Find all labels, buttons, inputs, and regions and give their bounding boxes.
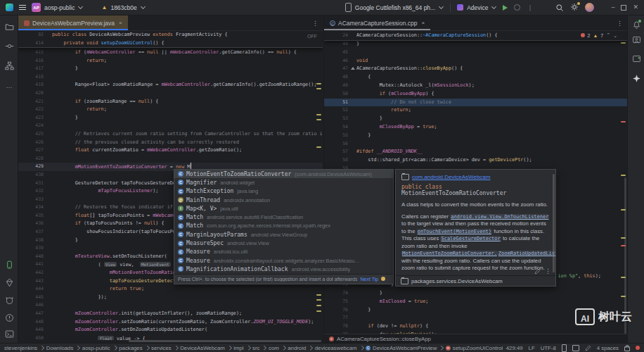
chevron-right-icon: [246, 346, 250, 350]
tab-close-icon[interactable]: ×: [421, 20, 425, 26]
commit-tool-icon[interactable]: [4, 40, 15, 51]
sticky-off-label: OFF: [307, 34, 317, 39]
more-actions-icon[interactable]: ⋮: [527, 4, 533, 11]
tab-close-icon[interactable]: ×: [119, 20, 122, 26]
doc-code-link[interactable]: onTouchEvent(MotionEvent): [417, 229, 492, 234]
breadcrumb-item[interactable]: CDeviceAsWebcamPreview: [366, 345, 437, 351]
breadcrumb-item[interactable]: services: [151, 345, 172, 351]
breadcrumb-item[interactable]: stevenjenkins: [4, 345, 37, 351]
structure-tool-icon[interactable]: [4, 60, 15, 71]
completion-item[interactable]: CMotionEventToZoomRatioConverter(com.and…: [174, 170, 393, 178]
run-config-selector[interactable]: Adevice: [457, 4, 496, 11]
completion-item[interactable]: CMeasureandroidx.constraintlayout.core.w…: [174, 256, 393, 265]
breadcrumb-item[interactable]: com: [269, 345, 279, 351]
prev-problem-icon[interactable]: ⌃: [606, 32, 610, 38]
code-line: 48 {: [324, 73, 627, 82]
doc-package-link[interactable]: com.android.DeviceAsWebcam: [401, 174, 550, 180]
running-devices-tool-icon[interactable]: [4, 259, 15, 270]
breadcrumb-item[interactable]: android: [288, 345, 306, 351]
doc-code-link[interactable]: android.view.View.OnTouchListener: [450, 214, 549, 220]
file-encoding[interactable]: UTF-8: [541, 345, 556, 351]
logcat-tool-icon[interactable]: [4, 294, 15, 306]
error-icon: [581, 33, 585, 37]
next-problem-icon[interactable]: ⌃: [613, 32, 617, 38]
doc-code-link[interactable]: ZoomRatioUpdatedListener.onZoomRatioUpda…: [498, 251, 556, 256]
line-separator[interactable]: LF: [529, 345, 535, 351]
breadcrumb-item[interactable]: src: [252, 345, 259, 351]
code-line: 422 return;: [18, 106, 323, 114]
close-button[interactable]: ✕: [633, 4, 638, 11]
completion-item[interactable]: CMeasureandroid.icu.util: [174, 248, 393, 256]
user-avatar[interactable]: [585, 3, 594, 12]
lock-icon[interactable]: [624, 346, 630, 351]
completion-item[interactable]: CMeasureSpecandroid.view.View: [174, 239, 393, 247]
code-line: 418: [18, 73, 323, 82]
breadcrumb-item[interactable]: packages: [119, 345, 142, 351]
profiler-button[interactable]: [514, 4, 520, 11]
device-status-icon[interactable]: [562, 344, 567, 352]
completion-item[interactable]: CMatchcom.sun.org.apache.xerces.internal…: [174, 222, 393, 230]
breadcrumb-item[interactable]: Downloads: [46, 345, 74, 351]
tab-acameracapturesession[interactable]: C ACameraCaptureSession.cpp ×: [324, 15, 430, 30]
breadcrumb-item[interactable]: impl: [233, 345, 243, 351]
code-line: 75 mIsClosed = true;: [324, 298, 627, 306]
more-tools-icon[interactable]: …: [4, 80, 15, 92]
app-insights-tool-icon[interactable]: [4, 277, 15, 288]
completion-item[interactable]: CMagnificationAnimationCallbackandroid.v…: [174, 265, 393, 273]
gemini-tool-icon[interactable]: [631, 73, 642, 84]
maximize-button[interactable]: [621, 5, 626, 11]
reader-mode-icon[interactable]: [572, 345, 579, 351]
vcs-widget[interactable]: ▲ 1863cb0e: [101, 4, 145, 11]
breadcrumb-item[interactable]: deviceaswebcam: [315, 345, 357, 351]
breadcrumb-item[interactable]: msetupZoomUiControl: [446, 345, 503, 351]
chevron-right-icon: [308, 346, 312, 350]
caret-position[interactable]: 429:49: [506, 345, 523, 351]
code-line: 57#ifdef __ANDROID_VNDK__: [324, 148, 627, 156]
completion-item[interactable]: IMap<K, V>java.util: [174, 204, 393, 213]
completion-item[interactable]: @MainThreadandroidx.annotation: [174, 196, 393, 204]
horizontal-scrollbar[interactable]: [129, 340, 321, 342]
breadcrumb-item[interactable]: aosp-public: [82, 345, 110, 351]
device-mirror-tool-icon[interactable]: [631, 53, 642, 64]
tab-options-icon[interactable]: ⋮: [617, 20, 627, 27]
search-icon[interactable]: [555, 4, 564, 12]
inspections-widget[interactable]: 2 ▲ 7 ⌃ ⌃: [581, 32, 618, 38]
completion-item[interactable]: CMarginLayoutParamsandroid.view.ViewGrou…: [174, 230, 393, 239]
settings-gear-icon[interactable]: [570, 3, 579, 13]
next-tip-link[interactable]: Next Tip: [360, 277, 378, 282]
run-button[interactable]: [503, 5, 508, 11]
doc-code-link[interactable]: MotionEventToZoomRatioConverter.: [401, 251, 498, 256]
minimize-button[interactable]: –: [611, 4, 614, 11]
tab-options-icon[interactable]: ⋮: [312, 20, 323, 27]
code-line: 56: [324, 140, 627, 149]
android-studio-window: AP aosp-public ▲ 1863cb0e Google Cuttlef…: [0, 0, 644, 352]
tab-deviceaswebcampreview[interactable]: DeviceAsWebcamPreview.java ×: [18, 15, 128, 30]
code-line: 427 float currentZoomRatio = mWebcamCont…: [18, 146, 323, 155]
completion-item[interactable]: CMatchExceptionjava.lang: [174, 187, 393, 196]
doc-scrollbar[interactable]: [553, 174, 555, 272]
terminal-tool-icon[interactable]: [4, 328, 15, 339]
completion-item[interactable]: CMagnifierandroid.widget: [174, 178, 393, 187]
navigation-bar: stevenjenkinsDownloadsaosp-publicpackage…: [4, 345, 503, 351]
device-name: Google Cuttlefish x86_64 ph...: [355, 4, 435, 11]
hint-text: Press Ctrl+. to choose the selected (or …: [178, 277, 357, 282]
main-menu-icon[interactable]: [19, 4, 26, 12]
highlight-pen-icon[interactable]: [585, 345, 591, 351]
breadcrumb-item[interactable]: DeviceAsWebcam: [180, 345, 225, 351]
doc-signature: public class MotionEventToZoomRatioConve…: [401, 184, 550, 196]
device-icon: [345, 3, 352, 12]
completion-item[interactable]: CMatchandroid.service.autofill.FieldClas…: [174, 213, 393, 221]
doc-code-link[interactable]: ScaleGestureDetector: [440, 236, 501, 241]
problems-tool-icon[interactable]: [4, 312, 15, 323]
notifications-bell-icon[interactable]: [631, 19, 642, 30]
project-tool-icon[interactable]: [4, 21, 15, 32]
editor-breadcrumb[interactable]: c ACameraCaptureSession::closeByApp: [324, 334, 627, 343]
doc-paragraph: A class helps to convert the motion even…: [401, 201, 550, 209]
device-selector[interactable]: Google Cuttlefish x86_64 ph...: [345, 3, 444, 12]
indent-setting[interactable]: 4 spaces: [597, 345, 619, 351]
code-line: 46void: [324, 57, 627, 65]
doc-options-icon[interactable]: ⋮: [545, 268, 551, 275]
project-widget[interactable]: AP aosp-public: [32, 3, 83, 12]
edit-pencil-icon[interactable]: [534, 268, 541, 275]
device-manager-tool-icon[interactable]: [631, 34, 642, 45]
